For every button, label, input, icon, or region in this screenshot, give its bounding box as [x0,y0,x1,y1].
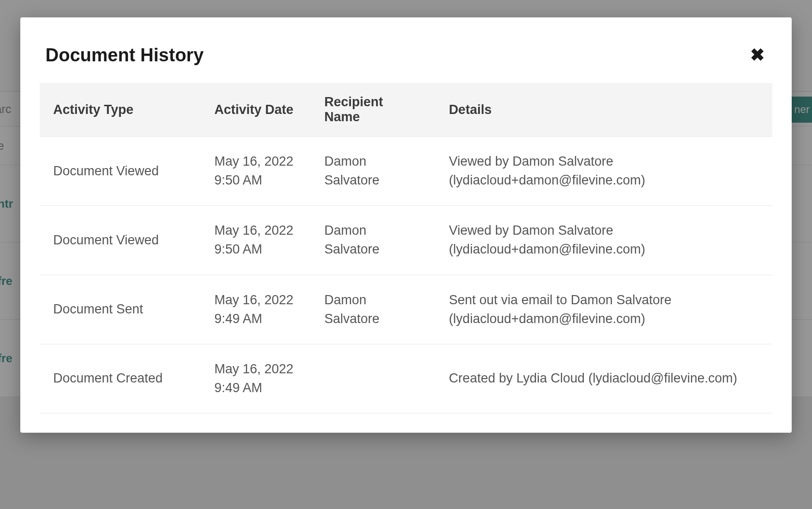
table-row: Document Created May 16, 2022 9:49 AM Cr… [40,344,772,413]
document-history-table: Activity Type Activity Date Recipient Na… [40,83,772,413]
cell-details: Sent out via email to Damon Salvatore (l… [435,275,772,344]
cell-activity-type: Document Viewed [40,206,201,275]
cell-details: Created by Lydia Cloud (lydiacloud@filev… [435,344,772,413]
column-header-activity-date: Activity Date [201,83,311,137]
close-button[interactable]: ✖ [748,44,767,66]
cell-activity-type: Document Sent [40,275,201,344]
cell-activity-type: Document Viewed [40,137,201,206]
cell-activity-date: May 16, 2022 9:49 AM [201,275,311,344]
cell-recipient-name [311,344,435,413]
cell-details: Viewed by Damon Salvatore (lydiacloud+da… [435,206,772,275]
table-row: Document Sent May 16, 2022 9:49 AM Damon… [40,275,772,344]
column-header-activity-type: Activity Type [40,83,201,137]
table-header-row: Activity Type Activity Date Recipient Na… [40,83,772,137]
modal-title: Document History [45,45,203,66]
column-header-recipient-name: Recipient Name [311,83,435,137]
table-row: Document Viewed May 16, 2022 9:50 AM Dam… [40,137,772,206]
cell-activity-date: May 16, 2022 9:50 AM [201,206,311,275]
cell-activity-date: May 16, 2022 9:49 AM [201,344,311,413]
modal-header: Document History ✖ [20,17,792,83]
document-history-modal: Document History ✖ Activity Type Activit… [20,17,792,433]
cell-activity-date: May 16, 2022 9:50 AM [201,137,311,206]
column-header-details: Details [435,83,772,137]
cell-details: Viewed by Damon Salvatore (lydiacloud+da… [435,137,772,206]
cell-recipient-name: Damon Salvatore [311,275,435,344]
cell-recipient-name: Damon Salvatore [311,206,435,275]
close-icon: ✖ [750,45,765,65]
cell-recipient-name: Damon Salvatore [311,137,435,206]
table-row: Document Viewed May 16, 2022 9:50 AM Dam… [40,206,772,275]
cell-activity-type: Document Created [40,344,201,413]
